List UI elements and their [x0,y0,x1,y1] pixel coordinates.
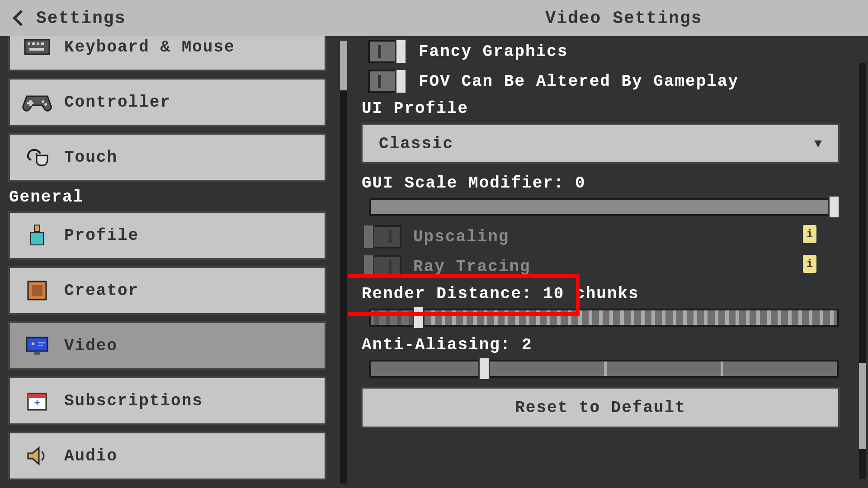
slider-ticks [371,310,837,325]
sidebar-item-label: Profile [64,226,139,245]
main-panel: Fancy Graphics FOV Can Be Altered By Gam… [348,36,868,488]
sidebar-item-keyboard-mouse[interactable]: Keyboard & Mouse [8,36,326,71]
calendar-icon: + [10,390,64,412]
toggle-label: Fancy Graphics [419,42,568,61]
header-back-label[interactable]: Settings [36,9,126,28]
svg-rect-13 [32,285,42,296]
svg-text:+: + [34,398,40,409]
slider-knob[interactable] [413,306,425,329]
ui-profile-dropdown[interactable]: Classic ▼ [361,123,840,164]
render-distance-label: Render Distance: 10 chunks [362,285,854,303]
toggle-fancy-graphics[interactable] [368,40,407,63]
slider-knob[interactable] [478,357,490,380]
anti-aliasing-slider[interactable] [369,360,839,378]
sidebar-item-profile[interactable]: Profile [8,211,326,260]
sidebar-item-controller[interactable]: Controller [8,78,326,127]
sidebar: Keyboard & Mouse Controller Touch Genera… [0,36,348,488]
gui-scale-label: GUI Scale Modifier: 0 [362,174,854,192]
sidebar-item-creator[interactable]: Creator [8,266,326,315]
sidebar-item-video[interactable]: Video [8,321,326,370]
sidebar-scrollbar-track [340,41,347,483]
toggle-label: Ray Tracing [413,258,531,276]
svg-point-8 [42,100,44,103]
toggle-label: Upscaling [413,228,509,246]
toggle-fov-gameplay[interactable] [368,70,407,93]
keyboard-icon [10,39,64,55]
svg-rect-18 [38,345,43,346]
sidebar-item-label: Audio [64,447,118,465]
svg-rect-20 [28,394,46,398]
monitor-icon [10,336,64,356]
anti-aliasing-label: Anti-Aliasing: 2 [362,336,854,354]
toggle-upscaling [363,225,401,249]
slider-knob[interactable] [828,195,840,219]
sidebar-section-general: General [9,188,326,206]
back-chevron-icon[interactable] [0,0,36,36]
sidebar-item-audio[interactable]: Audio [8,432,326,480]
sidebar-item-label: Subscriptions [64,392,203,410]
creator-icon [10,280,64,301]
sidebar-scrollbar-thumb[interactable] [340,41,347,90]
page-title: Video Settings [545,9,702,28]
reset-to-default-button[interactable]: Reset to Default [361,387,840,428]
svg-point-9 [44,103,47,106]
sidebar-item-label: Keyboard & Mouse [64,38,235,56]
sidebar-item-label: Creator [64,282,139,300]
gamepad-icon [10,93,64,112]
touch-icon [10,146,64,168]
gui-scale-slider[interactable] [369,198,839,216]
svg-rect-7 [27,102,33,104]
svg-rect-15 [34,352,40,355]
sidebar-item-label: Controller [64,93,171,112]
svg-rect-2 [32,42,35,45]
svg-point-16 [32,343,34,345]
speaker-icon [10,446,64,466]
profile-icon [10,224,64,247]
sidebar-item-touch[interactable]: Touch [8,133,326,182]
svg-rect-10 [34,225,40,231]
svg-rect-11 [31,232,43,245]
svg-rect-0 [25,40,49,54]
chevron-down-icon: ▼ [814,137,822,151]
svg-rect-5 [29,48,44,51]
render-distance-slider[interactable] [369,309,839,327]
svg-rect-1 [28,42,30,45]
svg-rect-14 [27,338,47,351]
svg-rect-3 [37,42,39,45]
info-icon[interactable]: i [803,225,816,243]
toggle-label: FOV Can Be Altered By Gameplay [419,72,739,91]
sidebar-item-subscriptions[interactable]: + Subscriptions [8,376,326,425]
ui-profile-label: UI Profile [362,99,854,118]
info-icon[interactable]: i [803,255,816,273]
dropdown-value: Classic [379,135,453,153]
main-scrollbar-thumb[interactable] [859,363,866,449]
svg-rect-17 [38,342,45,343]
header-bar: Settings Video Settings [0,0,868,36]
sidebar-item-label: Touch [64,148,118,167]
sidebar-item-label: Video [64,337,118,355]
svg-rect-4 [41,42,44,45]
toggle-ray-tracing [363,255,401,278]
